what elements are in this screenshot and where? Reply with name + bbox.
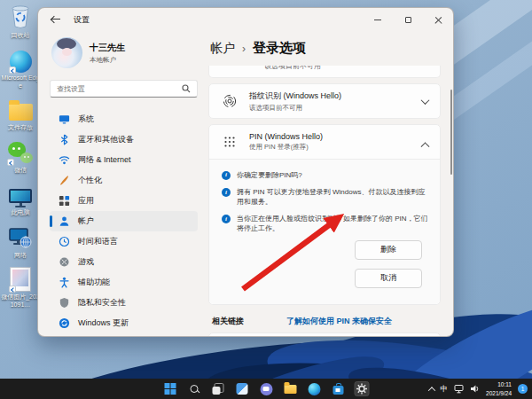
- content-scrollbar[interactable]: [450, 90, 452, 175]
- maximize-button[interactable]: [393, 8, 423, 31]
- bluetooth-icon: [59, 134, 70, 145]
- shortcut-arrow-icon: [9, 286, 16, 293]
- desktop-icon-wechat[interactable]: 微信: [0, 138, 41, 175]
- desktop-icon-this-pc[interactable]: 此电脑: [0, 181, 41, 217]
- edge-icon: [10, 46, 32, 73]
- maximize-icon: [405, 17, 411, 23]
- task-view-icon: [213, 383, 224, 395]
- avatar: [51, 37, 82, 68]
- windows-start-icon: [165, 383, 176, 395]
- settings-sidebar: 十三先生 本地帐户 系统 蓝牙和其他设备: [38, 31, 205, 337]
- settings-app-button[interactable]: [355, 381, 370, 396]
- pin-title: PIN (Windows Hello): [249, 132, 323, 141]
- edge-button[interactable]: [307, 381, 322, 396]
- clipped-card-text: 该选项目前不可用: [264, 66, 321, 71]
- sidebar-item-label: 网络 & Internet: [78, 154, 131, 166]
- minimize-button[interactable]: [363, 8, 393, 31]
- fingerprint-card[interactable]: 指纹识别 (Windows Hello) 该选项目前不可用: [208, 83, 441, 119]
- settings-gear-icon: [356, 383, 368, 395]
- shield-icon: [59, 297, 70, 309]
- settings-search-box[interactable]: [50, 80, 198, 98]
- window-title: 设置: [74, 14, 90, 26]
- search-input[interactable]: [57, 85, 182, 93]
- widgets-button[interactable]: [235, 381, 250, 396]
- sidebar-item-bluetooth-devices[interactable]: 蓝牙和其他设备: [50, 129, 198, 150]
- sidebar-item-personalization[interactable]: 个性化: [50, 170, 198, 191]
- chat-button[interactable]: [259, 381, 274, 396]
- start-button[interactable]: [163, 381, 178, 396]
- notification-badge[interactable]: 1: [518, 384, 528, 394]
- desktop-icon-folder[interactable]: 文件存放: [0, 96, 41, 132]
- sidebar-item-system[interactable]: 系统: [50, 109, 198, 129]
- volume-icon[interactable]: [470, 384, 480, 394]
- desktop-icon-network[interactable]: 网络: [0, 223, 41, 260]
- pin-subtitle: 使用 PIN 登录(推荐): [249, 143, 323, 152]
- pin-card: PIN (Windows Hello) 使用 PIN 登录(推荐) i 你确定要…: [208, 124, 441, 305]
- desktop-icon-label: 回收站: [12, 32, 30, 40]
- back-arrow-icon[interactable]: [50, 13, 62, 26]
- desktop-icon-column: 回收站 Microsoft Edge 文件存放 微信 此电脑: [0, 4, 41, 316]
- personalization-brush-icon: [59, 175, 70, 186]
- security-key-card[interactable]: 安全密钥 使用物理安全密钥登录: [208, 332, 441, 337]
- titlebar[interactable]: 设置: [38, 8, 453, 31]
- sidebar-item-label: 个性化: [78, 175, 102, 186]
- widgets-icon: [237, 383, 248, 395]
- sidebar-item-label: 应用: [78, 195, 94, 207]
- clock-icon: [59, 236, 70, 247]
- clock[interactable]: 10:11 2021/9/24: [486, 380, 512, 396]
- chevron-up-icon[interactable]: [421, 142, 430, 151]
- this-pc-icon: [9, 181, 32, 207]
- taskbar-search-button[interactable]: [187, 381, 202, 396]
- related-links-label: 相关链接: [212, 316, 286, 327]
- sidebar-item-windows-update[interactable]: Windows 更新: [50, 313, 198, 333]
- ime-indicator[interactable]: 中: [441, 384, 449, 395]
- chevron-down-icon[interactable]: [421, 96, 430, 105]
- sidebar-item-gaming[interactable]: 游戏: [50, 252, 198, 272]
- sidebar-item-accessibility[interactable]: 辅助功能: [50, 272, 198, 293]
- tray-expand-chevron-icon[interactable]: [427, 387, 434, 394]
- shortcut-arrow-icon: [7, 159, 14, 166]
- breadcrumb: 帐户 › 登录选项: [210, 40, 441, 57]
- network-places-icon: [8, 223, 33, 250]
- pin-security-help-link[interactable]: 了解如何使用 PIN 来确保安全: [286, 316, 392, 327]
- task-view-button[interactable]: [211, 381, 226, 396]
- sidebar-item-label: 蓝牙和其他设备: [78, 134, 134, 145]
- accounts-person-icon: [59, 215, 70, 227]
- sidebar-item-accounts[interactable]: 帐户: [50, 211, 198, 231]
- account-type: 本地帐户: [90, 56, 125, 65]
- file-explorer-button[interactable]: [283, 381, 298, 396]
- microsoft-store-icon: [332, 386, 343, 395]
- breadcrumb-accounts[interactable]: 帐户: [210, 41, 235, 57]
- store-button[interactable]: [331, 381, 346, 396]
- delete-pin-button[interactable]: 删除: [355, 240, 422, 260]
- edge-icon: [308, 383, 320, 395]
- close-icon: [434, 16, 442, 24]
- sidebar-item-time-language[interactable]: 时间和语言: [50, 231, 198, 252]
- accessibility-icon: [59, 277, 70, 288]
- search-icon: [182, 84, 191, 93]
- info-icon: i: [222, 171, 231, 180]
- pin-warning-message: 当你正在使用人脸或指纹识别时，如果删除了你的 PIN，它们将停止工作。: [237, 215, 429, 233]
- pin-delete-confirmation: i 你确定要删除PIN吗? i 拥有 PIN 可以更方便地登录到 Windows…: [209, 159, 440, 304]
- tray-date: 2021/9/24: [486, 389, 512, 397]
- wechat-icon: [8, 138, 33, 165]
- sidebar-item-label: 时间和语言: [78, 236, 118, 247]
- close-button[interactable]: [423, 8, 453, 31]
- cancel-button[interactable]: 取消: [355, 269, 422, 288]
- sidebar-item-apps[interactable]: 应用: [50, 191, 198, 211]
- sidebar-item-network-internet[interactable]: 网络 & Internet: [50, 150, 198, 170]
- desktop-icon-edge[interactable]: Microsoft Edge: [0, 46, 41, 90]
- desktop-icon-recycle-bin[interactable]: 回收站: [0, 4, 41, 40]
- image-file-icon: [10, 265, 31, 292]
- sidebar-item-privacy-security[interactable]: 隐私和安全性: [50, 293, 198, 313]
- desktop-icon-image-file[interactable]: 微信图片_2021091…: [0, 265, 41, 309]
- network-tray-icon[interactable]: [454, 384, 464, 394]
- pin-message-row: i 拥有 PIN 可以更方便地登录到 Windows、付款以及连接到应用和服务。: [222, 188, 429, 207]
- desktop-icon-label: 微信图片_2021091…: [1, 293, 40, 309]
- shortcut-arrow-icon: [9, 66, 16, 74]
- system-icon: [59, 113, 70, 125]
- pin-card-header[interactable]: PIN (Windows Hello) 使用 PIN 登录(推荐): [209, 125, 440, 159]
- user-profile[interactable]: 十三先生 本地帐户: [51, 37, 198, 68]
- xbox-gaming-icon: [59, 256, 70, 268]
- pin-message-row: i 你确定要删除PIN吗?: [222, 171, 429, 180]
